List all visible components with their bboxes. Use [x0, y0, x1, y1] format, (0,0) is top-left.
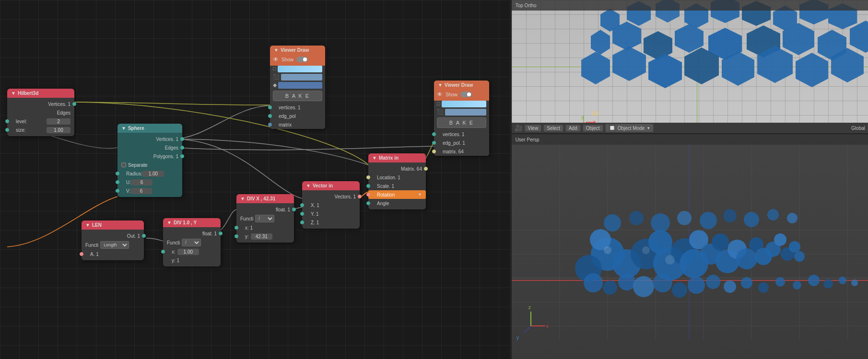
sphere-u-row[interactable]: U: — [117, 178, 182, 186]
divx-y-socket[interactable] — [235, 234, 238, 238]
svg-point-78 — [775, 277, 785, 287]
viewer-draw-1-color3[interactable] — [278, 82, 322, 89]
viewer-draw-2-vertices-socket[interactable] — [432, 132, 436, 136]
len-out-socket[interactable] — [142, 234, 146, 238]
svg-point-74 — [706, 275, 720, 289]
matrix-in-header: ▼ Matrix in — [368, 153, 426, 162]
viewer-draw-1-color1[interactable] — [278, 66, 322, 72]
vector-in-y-row: Y. 1 — [302, 209, 360, 218]
hilbert3d-size-row[interactable]: size: — [7, 126, 74, 134]
sphere-edges-label: Edges — [121, 145, 178, 151]
matrix-in-scale-socket[interactable] — [366, 184, 370, 188]
viewer-draw-1-edgpol-socket[interactable] — [268, 114, 272, 118]
hilbert3d-level-input[interactable] — [47, 118, 70, 125]
matrix-in-rotation-socket[interactable] — [366, 193, 370, 197]
sphere-polygons-socket[interactable] — [180, 154, 184, 158]
len-a-socket[interactable] — [80, 252, 83, 256]
sphere-title: Sphere — [128, 126, 144, 131]
select-btn[interactable]: Select — [543, 125, 563, 132]
viewer-draw-2-body: □ ⬛ B A K E vertices. 1 edg_pol. 1 — [434, 101, 489, 156]
sphere-radius-row[interactable]: Radius: — [117, 169, 182, 178]
div10y-out-socket[interactable] — [219, 232, 223, 235]
bottom-scene-svg: x z y — [512, 134, 868, 359]
matrix-in-angle-socket[interactable] — [366, 201, 370, 205]
div10y-title: DIV 1.0 , Y — [174, 220, 197, 225]
hilbert3d-size-input[interactable] — [47, 127, 70, 133]
object-mode-icon: 🔲 — [609, 125, 616, 131]
matrix-in-rotation-row[interactable]: Rotation ▼ — [368, 190, 426, 199]
matrix-in-location-socket[interactable] — [366, 175, 370, 179]
node-editor[interactable]: ▼ Hilbert3d Vertices. 1 Edges level: — [0, 0, 510, 359]
viewer-draw-1-color2[interactable] — [281, 74, 322, 81]
svg-marker-24 — [796, 53, 828, 87]
svg-point-95 — [642, 246, 650, 254]
vector-in-title-icon: ▼ — [306, 183, 311, 188]
viewer-draw-1-edgpol-label: edg_pol — [274, 114, 296, 119]
div10y-x-socket[interactable] — [161, 250, 165, 254]
viewer-draw-2-toggle[interactable] — [460, 92, 472, 97]
vector-in-vectors-socket[interactable] — [358, 195, 362, 198]
sphere-v-label: V: — [121, 188, 130, 194]
viewer-draw-1-vertices-socket[interactable] — [268, 105, 272, 109]
object-btn[interactable]: Object — [583, 125, 603, 132]
sphere-u-socket[interactable] — [116, 180, 119, 184]
len-functi-row[interactable]: Functi Length — [82, 240, 144, 250]
viewer-draw-1-toggle[interactable] — [296, 57, 308, 62]
div10y-functi-row[interactable]: Functi / — [163, 238, 221, 247]
len-functi-select[interactable]: Length — [100, 241, 129, 249]
div10y-out-label: float. 1 — [167, 231, 217, 236]
divx-functi-row[interactable]: Functi / — [236, 214, 294, 223]
viewer-draw-1-bake-btn[interactable]: B A K E — [273, 91, 322, 101]
vector-in-x-socket[interactable] — [300, 203, 304, 207]
viewport-top: Top Ortho — [512, 0, 868, 134]
vector-in-y-socket[interactable] — [300, 212, 304, 216]
viewer-draw-1-matrix-socket[interactable] — [268, 123, 272, 127]
sphere-vertices-socket[interactable] — [180, 137, 184, 141]
viewer-draw-2-matrix-socket[interactable] — [432, 150, 436, 153]
sphere-v-row[interactable]: V: — [117, 186, 182, 195]
hilbert3d-vertices-socket[interactable] — [72, 102, 76, 106]
divx-y-input[interactable] — [251, 233, 272, 240]
vector-in-z-socket[interactable] — [300, 220, 304, 224]
sphere-u-input[interactable] — [131, 179, 152, 185]
sphere-radius-input[interactable] — [142, 171, 164, 177]
sphere-v-input[interactable] — [130, 188, 152, 194]
hilbert3d-size-socket[interactable] — [5, 128, 9, 132]
viewer-draw-2-vertices-row: vertices. 1 — [434, 130, 489, 139]
view-btn[interactable]: View — [525, 125, 542, 132]
viewer-draw-1-title-icon: ▼ — [274, 47, 279, 53]
matrix-in-body: Matrix. 64 Location. 1 Scale. 1 Rotation — [368, 162, 426, 209]
hilbert3d-level-row[interactable]: level: — [7, 117, 74, 126]
hilbert3d-level-socket[interactable] — [5, 119, 9, 123]
matrix-in-matrix-socket[interactable] — [424, 167, 428, 171]
len-a-row: A. 1 — [82, 250, 144, 258]
viewer-draw-1-eye-icon: 👁 — [273, 56, 279, 63]
viewer-draw-2-bake-btn[interactable]: B A K E — [437, 117, 486, 128]
svg-point-89 — [723, 209, 737, 222]
sphere-separate-checkbox[interactable] — [121, 162, 126, 167]
div10y-functi-select[interactable]: / — [182, 239, 201, 246]
object-mode-arrow: ▼ — [646, 126, 650, 130]
divx-x-socket[interactable] — [235, 226, 238, 230]
add-btn[interactable]: Add — [565, 125, 581, 132]
top-scene: (1) x y — [512, 0, 868, 133]
sphere-edges-socket[interactable] — [180, 146, 184, 150]
hilbert3d-node: ▼ Hilbert3d Vertices. 1 Edges level: — [7, 89, 74, 136]
svg-point-66 — [794, 251, 805, 262]
divx-functi-select[interactable]: / — [255, 215, 274, 222]
vector-in-x-row: X. 1 — [302, 201, 360, 209]
viewer-draw-2-color2[interactable] — [445, 109, 486, 116]
divx-out-socket[interactable] — [292, 208, 296, 211]
div10y-x-input[interactable] — [177, 249, 199, 255]
sphere-v-socket[interactable] — [116, 189, 119, 193]
hilbert3d-vertices-label: Vertices. 1 — [11, 102, 70, 107]
sphere-radius-socket[interactable] — [116, 172, 119, 175]
matrix-in-matrix-row: Matrix. 64 — [368, 164, 426, 173]
viewer-draw-2-matrix-row: matrix. 64 — [434, 147, 489, 156]
matrix-in-matrix-label: Matrix. 64 — [372, 166, 422, 172]
object-mode-dropdown[interactable]: 🔲 Object Mode ▼ — [605, 124, 654, 132]
viewer-draw-2-color1[interactable] — [442, 101, 486, 107]
viewer-draw-2-edgpol-socket[interactable] — [432, 141, 436, 145]
len-functi-label: Functi — [85, 243, 98, 248]
viewer-draw-2-show-label: Show — [446, 92, 457, 97]
